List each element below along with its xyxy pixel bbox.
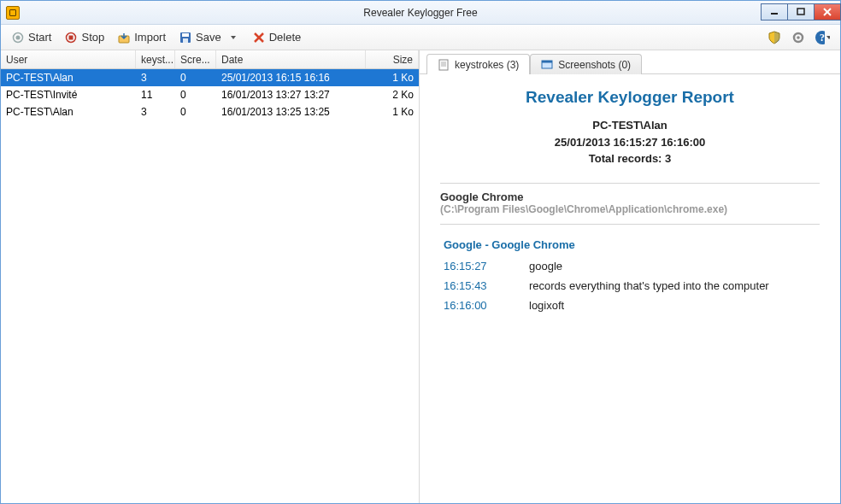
stop-icon <box>65 32 77 44</box>
entry-time: 16:15:27 <box>444 260 503 273</box>
grid-header: User keyst... Scre... Date Size <box>1 50 419 69</box>
tab-screenshots-label: Screenshots (0) <box>558 59 631 71</box>
delete-icon <box>253 32 265 44</box>
delete-button[interactable]: Delete <box>247 28 308 46</box>
svg-point-15 <box>797 36 800 39</box>
import-label: Import <box>134 31 166 44</box>
col-date[interactable]: Date <box>216 50 366 68</box>
document-icon <box>438 59 450 71</box>
tab-keystrokes[interactable]: keystrokes (3) <box>426 54 530 74</box>
help-icon[interactable]: ? <box>815 30 830 45</box>
stop-label: Stop <box>81 31 104 44</box>
tab-screenshots[interactable]: Screenshots (0) <box>530 54 642 74</box>
report-view: Revealer Keylogger Report PC-TEST\Alan 2… <box>420 74 840 503</box>
col-user[interactable]: User <box>1 50 136 68</box>
start-button[interactable]: Start <box>6 28 57 46</box>
col-keystrokes[interactable]: keyst... <box>136 50 175 68</box>
col-size[interactable]: Size <box>366 50 419 68</box>
delete-label: Delete <box>269 31 302 44</box>
shield-icon[interactable] <box>767 30 782 45</box>
keystroke-entry: 16:16:00logixoft <box>444 299 820 312</box>
report-total: Total records: 3 <box>440 150 820 167</box>
save-icon <box>179 32 191 44</box>
window-title: Revealer Keylogger Free <box>363 7 477 19</box>
toolbar: Start Stop Import Save Delete ? <box>1 25 840 50</box>
svg-rect-1 <box>797 9 804 15</box>
grid-body: PC-TEST\Alan3025/01/2013 16:15 16:161 Ko… <box>1 69 419 503</box>
entry-text: records everything that's typed into the… <box>529 279 769 292</box>
svg-rect-10 <box>182 33 189 37</box>
tab-keystrokes-label: keystrokes (3) <box>455 59 519 71</box>
titlebar: Revealer Keylogger Free <box>1 1 840 25</box>
svg-rect-11 <box>183 38 188 43</box>
report-app-path: (C:\Program Files\Google\Chrome\Applicat… <box>440 203 820 215</box>
col-screenshots[interactable]: Scre... <box>175 50 216 68</box>
report-app-name: Google Chrome <box>440 190 820 203</box>
svg-point-5 <box>16 35 21 39</box>
chevron-down-icon <box>227 32 239 44</box>
maximize-button[interactable] <box>787 3 815 21</box>
close-button[interactable] <box>814 3 841 21</box>
entry-text: google <box>529 260 562 273</box>
entry-text: logixoft <box>529 299 564 312</box>
table-row[interactable]: PC-TEST\Alan3025/01/2013 16:15 16:161 Ko <box>1 69 419 86</box>
report-user: PC-TEST\Alan <box>440 117 820 134</box>
tab-bar: keystrokes (3) Screenshots (0) <box>420 50 840 74</box>
report-title: Revealer Keylogger Report <box>440 88 820 107</box>
import-icon <box>118 32 130 44</box>
keystroke-entry: 16:15:43records everything that's typed … <box>444 279 820 292</box>
import-button[interactable]: Import <box>112 28 172 46</box>
table-row[interactable]: PC-TEST\Alan3016/01/2013 13:25 13:251 Ko <box>1 103 419 120</box>
stop-button[interactable]: Stop <box>59 28 110 46</box>
save-label: Save <box>196 31 221 44</box>
screenshot-icon <box>541 59 553 71</box>
entry-time: 16:16:00 <box>444 299 503 312</box>
report-session: Google - Google Chrome <box>444 238 820 251</box>
app-icon <box>6 6 20 20</box>
svg-text:?: ? <box>820 32 825 44</box>
keystroke-entry: 16:15:27google <box>444 260 820 273</box>
entry-time: 16:15:43 <box>444 279 503 292</box>
gear-icon[interactable] <box>791 30 806 45</box>
table-row[interactable]: PC-TEST\Invité11016/01/2013 13:27 13:272… <box>1 86 419 103</box>
detail-pane: keystrokes (3) Screenshots (0) Revealer … <box>420 50 840 503</box>
svg-rect-23 <box>542 61 552 63</box>
start-label: Start <box>28 31 51 44</box>
minimize-button[interactable] <box>761 3 788 21</box>
record-icon <box>12 32 24 44</box>
svg-rect-7 <box>69 35 74 39</box>
svg-rect-18 <box>439 60 448 70</box>
report-daterange: 25/01/2013 16:15:27 16:16:00 <box>440 134 820 151</box>
save-button[interactable]: Save <box>173 28 245 46</box>
log-list-pane: User keyst... Scre... Date Size PC-TEST\… <box>1 50 420 503</box>
